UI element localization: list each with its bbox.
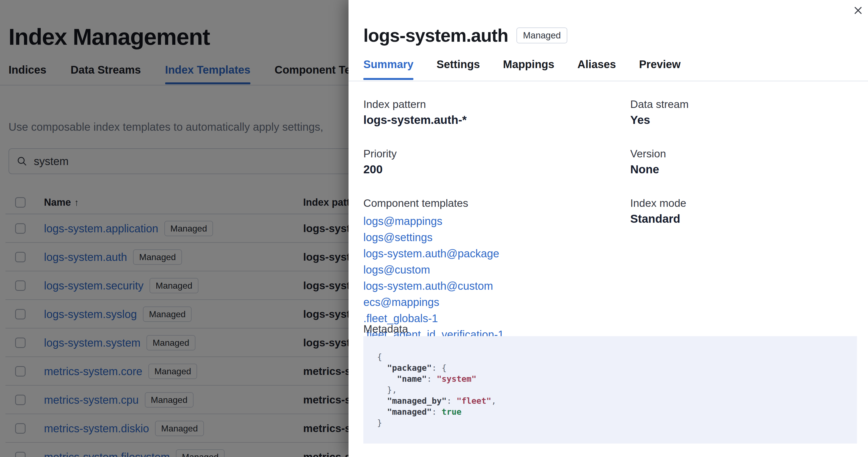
code-line: "name": "system" bbox=[377, 373, 843, 385]
field-value-data-stream: Yes bbox=[630, 112, 850, 127]
managed-badge: Managed bbox=[517, 28, 567, 43]
metadata-label: Metadata bbox=[363, 323, 408, 335]
metadata-code-block: { "package": { "name": "system" }, "mana… bbox=[363, 336, 857, 444]
template-details-flyout: logs-system.auth Managed SummarySettings… bbox=[348, 0, 868, 457]
field-value-index-mode: Standard bbox=[630, 211, 850, 226]
flyout-tab-aliases[interactable]: Aliases bbox=[578, 58, 616, 80]
code-line: "managed_by": "fleet", bbox=[377, 395, 843, 406]
close-button[interactable] bbox=[852, 4, 864, 17]
close-icon bbox=[854, 6, 863, 15]
field-value-version: None bbox=[630, 162, 850, 177]
flyout-tab-preview[interactable]: Preview bbox=[639, 58, 681, 80]
component-template-link[interactable]: logs-system.auth@package bbox=[363, 246, 624, 262]
field-value-priority: 200 bbox=[363, 162, 624, 177]
field-label-data-stream: Data stream bbox=[630, 98, 850, 111]
component-template-link[interactable]: logs-system.auth@custom bbox=[363, 278, 624, 294]
flyout-tabs: SummarySettingsMappingsAliasesPreview bbox=[363, 58, 681, 80]
code-line: "managed": true bbox=[377, 406, 843, 418]
component-template-link[interactable]: logs@settings bbox=[363, 229, 624, 246]
summary-left-column: Index pattern logs-system.auth-* Priorit… bbox=[363, 98, 624, 343]
flyout-header: logs-system.auth Managed bbox=[363, 10, 567, 61]
flyout-tabs-divider bbox=[348, 81, 868, 81]
code-line: { bbox=[377, 352, 843, 362]
flyout-tab-settings[interactable]: Settings bbox=[436, 58, 480, 80]
field-label-index-mode: Index mode bbox=[630, 197, 850, 210]
component-template-link[interactable]: logs@mappings bbox=[363, 213, 624, 229]
summary-right-column: Data stream Yes Version None Index mode … bbox=[630, 98, 850, 226]
field-label-version: Version bbox=[630, 147, 850, 160]
index-management-screen: Index Management IndicesData StreamsInde… bbox=[0, 0, 868, 457]
field-value-index-pattern: logs-system.auth-* bbox=[363, 112, 624, 127]
flyout-tab-mappings[interactable]: Mappings bbox=[503, 58, 554, 80]
code-line: }, bbox=[377, 385, 843, 395]
field-label-component-templates: Component templates bbox=[363, 197, 624, 210]
field-label-priority: Priority bbox=[363, 147, 624, 160]
code-line: "package": { bbox=[377, 362, 843, 373]
component-template-link[interactable]: logs@custom bbox=[363, 262, 624, 278]
field-label-index-pattern: Index pattern bbox=[363, 98, 624, 111]
flyout-title: logs-system.auth bbox=[363, 25, 508, 46]
component-template-link[interactable]: ecs@mappings bbox=[363, 294, 624, 311]
flyout-tab-summary[interactable]: Summary bbox=[363, 58, 413, 80]
code-line: } bbox=[377, 418, 843, 428]
